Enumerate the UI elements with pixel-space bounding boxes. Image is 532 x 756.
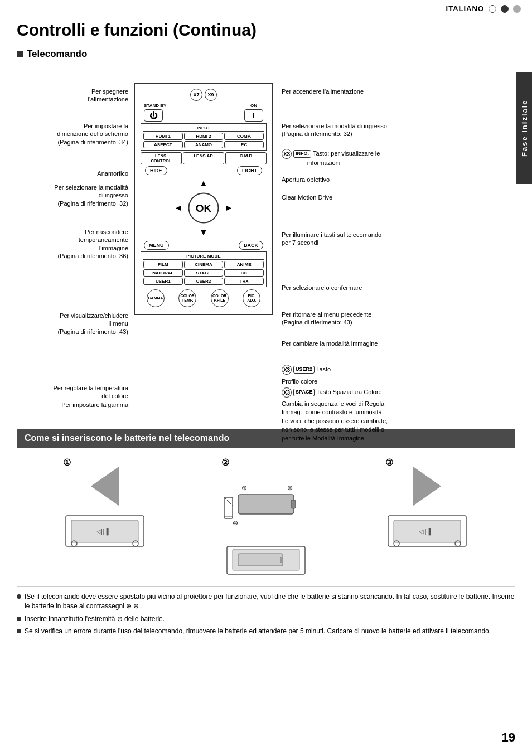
battery-title: Come si inseriscono le batterie nel tele… — [25, 433, 229, 443]
on-btn[interactable]: I — [244, 109, 263, 122]
notes-section: ISe il telecomando deve essere spostato … — [17, 587, 515, 645]
standby-on-row: STAND BY ⏻ ON I — [139, 103, 268, 122]
hide-btn[interactable]: HIDE — [145, 166, 167, 175]
section-header: Telecomando — [17, 49, 515, 60]
hdmi1-btn[interactable]: HDMI 1 — [143, 133, 183, 140]
anamo-btn[interactable]: ANAMO — [184, 141, 224, 148]
menu-back-row: MENU BACK — [144, 241, 263, 250]
steps-row: ① ◁||▐ — [28, 457, 504, 577]
lang-dot-3 — [513, 5, 521, 13]
label-spaziatura: X3 SPACE Tasto Spaziatura Colore — [282, 387, 382, 398]
svg-text:⊕: ⊕ — [287, 484, 293, 492]
natural-btn[interactable]: NATURAL — [143, 269, 183, 277]
battery-steps-container: ① ◁||▐ — [17, 448, 515, 587]
standby-group: STAND BY ⏻ — [144, 103, 166, 122]
label-sel-modalita: Per selezionare la modalità di ingresso(… — [282, 122, 387, 138]
label-selezionare-ingresso: Per selezionare la modalitàdi ingresso(P… — [54, 183, 128, 207]
pic-adj-btn[interactable]: PIC.ADJ. — [243, 289, 260, 307]
label-dimenzione: Per impostare ladimenzione dello schermo… — [57, 122, 128, 146]
step1-arrow-area — [83, 472, 127, 500]
right-labels: Per accendere l'alimentazione Per selezi… — [273, 66, 502, 429]
note-bullet-1 — [17, 594, 21, 599]
label-user2-tasto: X3 USER2 Tasto — [282, 365, 331, 375]
top-badges: X7 X9 — [139, 89, 268, 101]
ok-section: ▲ ▼ ◄ ► OK — [173, 177, 234, 239]
user1-btn[interactable]: USER1 — [143, 278, 183, 285]
label-cmd: Clear Motion Drive — [282, 193, 332, 201]
svg-text:⊖: ⊖ — [233, 519, 238, 527]
arrow-left-icon — [91, 467, 119, 506]
step3-arrow-area — [405, 472, 449, 500]
label-nascondere: Per nasconderetemporaneamentel'immagine(… — [57, 228, 128, 260]
lens-control-btn[interactable]: LENS.CONTROL — [141, 152, 182, 164]
stage-btn[interactable]: STAGE — [184, 269, 224, 277]
label-cambia-sequenza: Cambia in sequenza le voci di RegolaImma… — [282, 400, 388, 443]
up-arrow: ▲ — [199, 178, 208, 188]
down-arrow: ▼ — [199, 227, 208, 238]
standby-label: STAND BY — [144, 103, 166, 108]
pc-btn[interactable]: PC — [224, 141, 264, 148]
step3-num: ③ — [385, 457, 393, 468]
right-arrow: ► — [224, 203, 233, 213]
thx-btn[interactable]: THX — [224, 278, 264, 285]
color-pfile-btn[interactable]: COLORP.FILE — [211, 289, 229, 307]
input-section: INPUT HDMI 1 HDMI 2 COMP. ASPECT ANAMO P… — [141, 123, 267, 151]
step1-drawer-svg: ◁||▐ — [63, 505, 147, 549]
ok-btn[interactable]: OK — [188, 193, 219, 224]
label-profilo-colore: Profilo colore — [282, 377, 317, 385]
input-label: INPUT — [143, 125, 264, 132]
threed-btn[interactable]: 3D — [224, 269, 264, 277]
picture-mode-section: PICTURE MODE FILM CINEMA ANIME NATURAL S… — [141, 251, 267, 287]
svg-rect-6 — [291, 500, 296, 508]
svg-text:⊕: ⊕ — [241, 484, 247, 492]
remote-layout: Per spegnerel'alimentazione Per impostar… — [17, 66, 502, 429]
x9-badge: X9 — [205, 89, 217, 101]
picture-mode-label: PICTURE MODE — [143, 254, 264, 260]
lens-row: LENS.CONTROL LENS AP. C.M.D — [141, 152, 267, 164]
section-title: Telecomando — [27, 49, 87, 60]
main-content: Controlli e funzioni (Continua) Telecoma… — [0, 15, 532, 656]
hdmi2-btn[interactable]: HDMI 2 — [184, 133, 224, 140]
picture-row2: NATURAL STAGE 3D — [143, 269, 264, 277]
picture-row3: USER1 USER2 THX — [143, 278, 264, 285]
sidebar-tab: Fase iniziale — [516, 72, 532, 184]
standby-btn[interactable]: ⏻ — [144, 109, 163, 122]
note-1: ISe il telecomando deve essere spostato … — [17, 592, 515, 611]
cmd-btn[interactable]: C.M.D — [225, 152, 267, 164]
step2-battery-svg: ⊕ ⊕ ⊖ — [221, 472, 311, 539]
label-spegnere: Per spegnerel'alimentazione — [88, 88, 128, 104]
aspect-btn[interactable]: ASPECT — [143, 141, 183, 148]
step1: ① ◁||▐ — [63, 457, 147, 549]
label-temperatura: Per regolare la temperaturadel colore — [53, 384, 128, 400]
svg-rect-15 — [238, 554, 283, 566]
svg-rect-5 — [238, 495, 294, 514]
left-arrow: ◄ — [174, 203, 183, 213]
label-visualizzare-menu: Per visualizzare/chiudereil menu(Pagina … — [57, 312, 128, 336]
anime-btn[interactable]: ANIME — [224, 261, 264, 268]
cinema-btn[interactable]: CINEMA — [184, 261, 224, 268]
light-btn[interactable]: LIGHT — [237, 166, 262, 175]
step1-num: ① — [63, 457, 71, 468]
remote-section: Telecomando Per spegnerel'alimentazione … — [17, 49, 515, 429]
color-temp-btn[interactable]: COLORTEMP. — [178, 289, 196, 307]
page-title: Controlli e funzioni (Continua) — [17, 21, 515, 40]
menu-btn[interactable]: MENU — [144, 241, 169, 250]
picture-row1: FILM CINEMA ANIME — [143, 261, 264, 268]
comp-btn[interactable]: COMP. — [224, 133, 264, 140]
x3-badge-info: X3 — [282, 149, 292, 159]
gamma-btn[interactable]: GAMMA — [147, 289, 165, 307]
on-group: ON I — [244, 103, 263, 122]
note-bullet-3 — [17, 629, 21, 633]
input-row2: ASPECT ANAMO PC — [143, 141, 264, 148]
note-3: Se si verifica un errore durante l'uso d… — [17, 627, 515, 636]
x3-badge-user2: X3 — [282, 365, 292, 375]
input-row1: HDMI 1 HDMI 2 COMP. — [143, 133, 264, 140]
user2-badge: USER2 — [293, 366, 315, 374]
back-btn[interactable]: BACK — [239, 241, 263, 250]
film-btn[interactable]: FILM — [143, 261, 183, 268]
svg-rect-16 — [280, 557, 283, 563]
page-number: 19 — [502, 730, 515, 745]
lang-dot-2 — [501, 5, 509, 13]
lens-ap-btn[interactable]: LENS AP. — [183, 152, 224, 164]
user2-btn[interactable]: USER2 — [184, 278, 224, 285]
